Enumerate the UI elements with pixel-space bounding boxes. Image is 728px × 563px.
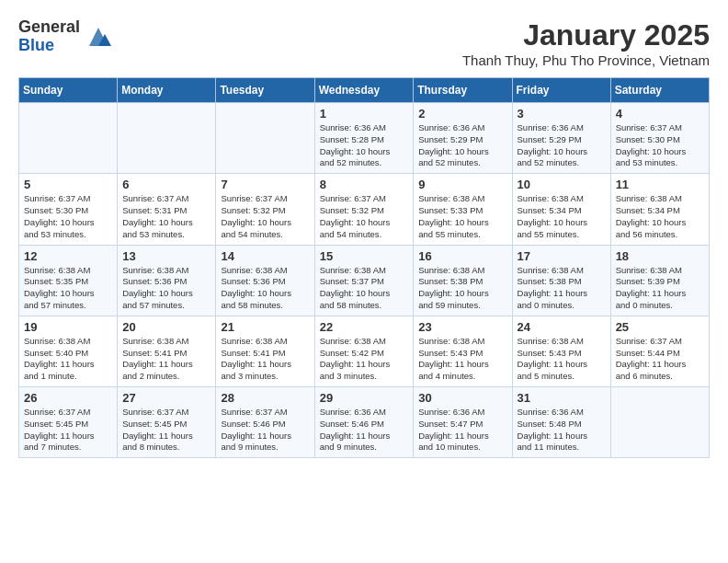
- day-info: Sunrise: 6:37 AM Sunset: 5:45 PM Dayligh…: [24, 407, 112, 454]
- day-number: 19: [24, 320, 112, 334]
- calendar-day-cell: 3Sunrise: 6:36 AM Sunset: 5:29 PM Daylig…: [512, 103, 610, 174]
- calendar-day-cell: 7Sunrise: 6:37 AM Sunset: 5:32 PM Daylig…: [216, 174, 314, 245]
- day-info: Sunrise: 6:37 AM Sunset: 5:31 PM Dayligh…: [122, 193, 210, 240]
- calendar-day-cell: 4Sunrise: 6:37 AM Sunset: 5:30 PM Daylig…: [610, 103, 709, 174]
- day-number: 29: [320, 391, 409, 405]
- day-info: Sunrise: 6:38 AM Sunset: 5:33 PM Dayligh…: [418, 193, 506, 240]
- calendar-empty-cell: [118, 103, 216, 174]
- calendar-day-cell: 17Sunrise: 6:38 AM Sunset: 5:38 PM Dayli…: [512, 245, 610, 316]
- calendar-week-row: 1Sunrise: 6:36 AM Sunset: 5:28 PM Daylig…: [19, 103, 710, 174]
- day-info: Sunrise: 6:38 AM Sunset: 5:41 PM Dayligh…: [122, 336, 210, 383]
- day-info: Sunrise: 6:37 AM Sunset: 5:44 PM Dayligh…: [616, 336, 704, 383]
- day-info: Sunrise: 6:38 AM Sunset: 5:36 PM Dayligh…: [221, 265, 309, 312]
- day-info: Sunrise: 6:37 AM Sunset: 5:45 PM Dayligh…: [122, 407, 210, 454]
- day-info: Sunrise: 6:36 AM Sunset: 5:29 PM Dayligh…: [518, 122, 606, 169]
- day-number: 28: [221, 391, 309, 405]
- day-info: Sunrise: 6:38 AM Sunset: 5:37 PM Dayligh…: [320, 265, 409, 312]
- calendar-day-cell: 10Sunrise: 6:38 AM Sunset: 5:34 PM Dayli…: [512, 174, 610, 245]
- calendar-table: SundayMondayTuesdayWednesdayThursdayFrid…: [18, 77, 710, 458]
- day-info: Sunrise: 6:36 AM Sunset: 5:46 PM Dayligh…: [320, 407, 409, 454]
- calendar-day-cell: 23Sunrise: 6:38 AM Sunset: 5:43 PM Dayli…: [414, 316, 512, 386]
- day-info: Sunrise: 6:38 AM Sunset: 5:36 PM Dayligh…: [122, 265, 210, 312]
- column-header-wednesday: Wednesday: [314, 78, 414, 103]
- calendar-day-cell: 29Sunrise: 6:36 AM Sunset: 5:46 PM Dayli…: [314, 387, 414, 458]
- day-info: Sunrise: 6:37 AM Sunset: 5:32 PM Dayligh…: [320, 193, 409, 240]
- calendar-day-cell: 15Sunrise: 6:38 AM Sunset: 5:37 PM Dayli…: [314, 245, 414, 316]
- day-info: Sunrise: 6:37 AM Sunset: 5:30 PM Dayligh…: [24, 193, 112, 240]
- day-info: Sunrise: 6:36 AM Sunset: 5:29 PM Dayligh…: [418, 122, 506, 169]
- day-number: 21: [221, 320, 309, 334]
- calendar-day-cell: 31Sunrise: 6:36 AM Sunset: 5:48 PM Dayli…: [512, 387, 610, 458]
- calendar-day-cell: 11Sunrise: 6:38 AM Sunset: 5:34 PM Dayli…: [610, 174, 709, 245]
- day-number: 16: [418, 249, 506, 263]
- calendar-day-cell: 24Sunrise: 6:38 AM Sunset: 5:43 PM Dayli…: [512, 316, 610, 386]
- day-number: 17: [518, 249, 606, 263]
- day-number: 13: [122, 249, 210, 263]
- day-info: Sunrise: 6:36 AM Sunset: 5:48 PM Dayligh…: [518, 407, 606, 454]
- day-number: 18: [616, 249, 704, 263]
- day-info: Sunrise: 6:37 AM Sunset: 5:30 PM Dayligh…: [616, 122, 704, 169]
- calendar-day-cell: 18Sunrise: 6:38 AM Sunset: 5:39 PM Dayli…: [610, 245, 709, 316]
- logo-general: General: [18, 18, 80, 37]
- page-header: General Blue January 2025 Thanh Thuy, Ph…: [18, 18, 710, 68]
- calendar-day-cell: 21Sunrise: 6:38 AM Sunset: 5:41 PM Dayli…: [216, 316, 314, 386]
- day-info: Sunrise: 6:38 AM Sunset: 5:34 PM Dayligh…: [518, 193, 606, 240]
- calendar-header-row: SundayMondayTuesdayWednesdayThursdayFrid…: [19, 78, 710, 103]
- day-number: 11: [616, 178, 704, 191]
- calendar-day-cell: 6Sunrise: 6:37 AM Sunset: 5:31 PM Daylig…: [118, 174, 216, 245]
- day-info: Sunrise: 6:38 AM Sunset: 5:34 PM Dayligh…: [616, 193, 704, 240]
- calendar-day-cell: 27Sunrise: 6:37 AM Sunset: 5:45 PM Dayli…: [118, 387, 216, 458]
- day-number: 8: [320, 178, 409, 191]
- calendar-day-cell: 16Sunrise: 6:38 AM Sunset: 5:38 PM Dayli…: [414, 245, 512, 316]
- calendar-empty-cell: [216, 103, 314, 174]
- calendar-empty-cell: [610, 387, 709, 458]
- calendar-day-cell: 25Sunrise: 6:37 AM Sunset: 5:44 PM Dayli…: [610, 316, 709, 386]
- day-number: 2: [418, 107, 506, 121]
- logo-text: General Blue: [18, 18, 80, 55]
- calendar-week-row: 26Sunrise: 6:37 AM Sunset: 5:45 PM Dayli…: [19, 387, 710, 458]
- day-number: 10: [518, 178, 606, 191]
- calendar-week-row: 12Sunrise: 6:38 AM Sunset: 5:35 PM Dayli…: [19, 245, 710, 316]
- location-subtitle: Thanh Thuy, Phu Tho Province, Vietnam: [462, 52, 710, 68]
- calendar-day-cell: 19Sunrise: 6:38 AM Sunset: 5:40 PM Dayli…: [19, 316, 118, 386]
- calendar-week-row: 19Sunrise: 6:38 AM Sunset: 5:40 PM Dayli…: [19, 316, 710, 386]
- calendar-day-cell: 5Sunrise: 6:37 AM Sunset: 5:30 PM Daylig…: [19, 174, 118, 245]
- logo-blue: Blue: [18, 37, 80, 55]
- calendar-day-cell: 9Sunrise: 6:38 AM Sunset: 5:33 PM Daylig…: [414, 174, 512, 245]
- day-number: 20: [122, 320, 210, 334]
- day-number: 30: [418, 391, 506, 405]
- day-number: 7: [221, 178, 309, 191]
- day-info: Sunrise: 6:38 AM Sunset: 5:39 PM Dayligh…: [616, 265, 704, 312]
- day-info: Sunrise: 6:38 AM Sunset: 5:43 PM Dayligh…: [418, 336, 506, 383]
- day-info: Sunrise: 6:38 AM Sunset: 5:38 PM Dayligh…: [518, 265, 606, 312]
- day-info: Sunrise: 6:38 AM Sunset: 5:38 PM Dayligh…: [418, 265, 506, 312]
- column-header-monday: Monday: [118, 78, 216, 103]
- calendar-day-cell: 30Sunrise: 6:36 AM Sunset: 5:47 PM Dayli…: [414, 387, 512, 458]
- column-header-saturday: Saturday: [610, 78, 709, 103]
- day-info: Sunrise: 6:37 AM Sunset: 5:32 PM Dayligh…: [221, 193, 309, 240]
- calendar-day-cell: 13Sunrise: 6:38 AM Sunset: 5:36 PM Dayli…: [118, 245, 216, 316]
- day-number: 26: [24, 391, 112, 405]
- title-block: January 2025 Thanh Thuy, Phu Tho Provinc…: [462, 18, 710, 68]
- calendar-day-cell: 12Sunrise: 6:38 AM Sunset: 5:35 PM Dayli…: [19, 245, 118, 316]
- day-info: Sunrise: 6:36 AM Sunset: 5:47 PM Dayligh…: [418, 407, 506, 454]
- logo: General Blue: [18, 18, 112, 55]
- day-number: 31: [518, 391, 606, 405]
- day-number: 6: [122, 178, 210, 191]
- day-number: 25: [616, 320, 704, 334]
- calendar-day-cell: 20Sunrise: 6:38 AM Sunset: 5:41 PM Dayli…: [118, 316, 216, 386]
- day-number: 1: [320, 107, 409, 121]
- day-number: 3: [518, 107, 606, 121]
- day-info: Sunrise: 6:36 AM Sunset: 5:28 PM Dayligh…: [320, 122, 409, 169]
- day-info: Sunrise: 6:38 AM Sunset: 5:41 PM Dayligh…: [221, 336, 309, 383]
- column-header-thursday: Thursday: [414, 78, 512, 103]
- column-header-tuesday: Tuesday: [216, 78, 314, 103]
- day-info: Sunrise: 6:37 AM Sunset: 5:46 PM Dayligh…: [221, 407, 309, 454]
- calendar-week-row: 5Sunrise: 6:37 AM Sunset: 5:30 PM Daylig…: [19, 174, 710, 245]
- day-info: Sunrise: 6:38 AM Sunset: 5:43 PM Dayligh…: [518, 336, 606, 383]
- day-info: Sunrise: 6:38 AM Sunset: 5:40 PM Dayligh…: [24, 336, 112, 383]
- day-number: 27: [122, 391, 210, 405]
- calendar-empty-cell: [19, 103, 118, 174]
- calendar-day-cell: 26Sunrise: 6:37 AM Sunset: 5:45 PM Dayli…: [19, 387, 118, 458]
- day-number: 12: [24, 249, 112, 263]
